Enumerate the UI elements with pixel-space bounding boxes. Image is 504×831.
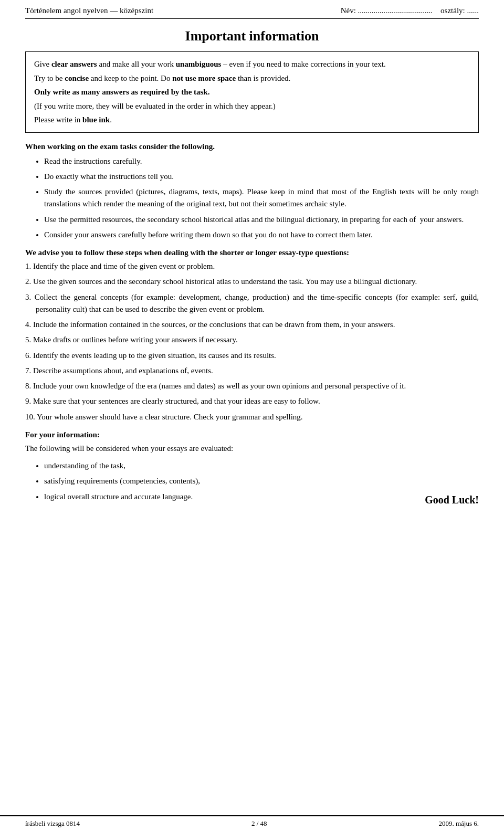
header-name-label: Név: ...................................…: [341, 6, 433, 15]
info-line3: Only write as many answers as required b…: [34, 86, 470, 98]
header-class-label: osztály: ......: [440, 6, 479, 15]
list-item: logical overall structure and accurate l…: [44, 491, 200, 503]
list-item: Do exactly what the instructions tell yo…: [44, 171, 479, 183]
bold-section: We advise you to follow these steps when…: [25, 248, 479, 257]
list-item: 9. Make sure that your sentences are cle…: [25, 395, 479, 407]
info-box: Give clear answers and make all your wor…: [25, 51, 479, 133]
section1-heading: When working on the exam tasks consider …: [25, 142, 479, 151]
good-luck-text: Good Luck!: [395, 494, 479, 506]
list-item: Use the permitted resources, the seconda…: [44, 214, 479, 226]
list-item: satisfying requirements (competencies, c…: [44, 475, 200, 487]
header-right: Név: ...................................…: [341, 6, 479, 15]
list-item: Read the instructions carefully.: [44, 155, 479, 167]
footer-left: írásbeli vizsga 0814: [25, 819, 80, 828]
list-item: understanding of the task,: [44, 460, 200, 472]
info-line2: Try to be concise and keep to the point.…: [34, 72, 470, 85]
list-item: Consider your answers carefully before w…: [44, 229, 479, 241]
list-item: 4. Include the information contained in …: [25, 319, 479, 331]
for-info-heading: For your information:: [25, 430, 479, 439]
header-left: Történelem angol nyelven — középszint: [25, 6, 153, 15]
list-item: Study the sources provided (pictures, di…: [44, 186, 479, 211]
page-title: Important information: [25, 28, 479, 44]
list-item: 7. Describe assumptions about, and expla…: [25, 365, 479, 377]
list-item: 2. Use the given sources and the seconda…: [25, 276, 479, 288]
footer-right: 2009. május 6.: [438, 819, 479, 828]
for-info-intro: The following will be considered when yo…: [25, 443, 479, 455]
info-line5: Please write in blue ink.: [34, 114, 470, 126]
list-item: 5. Make drafts or outlines before writin…: [25, 334, 479, 346]
list-item: 8. Include your own knowledge of the era…: [25, 380, 479, 392]
info-line4: (If you write more, they will be evaluat…: [34, 100, 470, 112]
page-header: Történelem angol nyelven — középszint Né…: [25, 6, 479, 19]
list-item: 3. Collect the general concepts (for exa…: [25, 291, 479, 316]
list-item: 1. Identify the place and time of the gi…: [25, 260, 479, 272]
list-item: 10. Your whole answer should have a clea…: [25, 411, 479, 423]
for-info-bullet-list: understanding of the task, satisfying re…: [44, 460, 200, 506]
bullet-list: Read the instructions carefully. Do exac…: [44, 155, 479, 241]
numbered-list: 1. Identify the place and time of the gi…: [25, 260, 479, 423]
footer-center: 2 / 48: [251, 819, 267, 828]
for-info-section: For your information: The following will…: [25, 430, 479, 455]
good-luck-row: understanding of the task, satisfying re…: [25, 460, 479, 506]
page-footer: írásbeli vizsga 0814 2 / 48 2009. május …: [0, 815, 504, 831]
list-item: 6. Identify the events leading up to the…: [25, 350, 479, 362]
info-line1: Give clear answers and make all your wor…: [34, 58, 470, 70]
